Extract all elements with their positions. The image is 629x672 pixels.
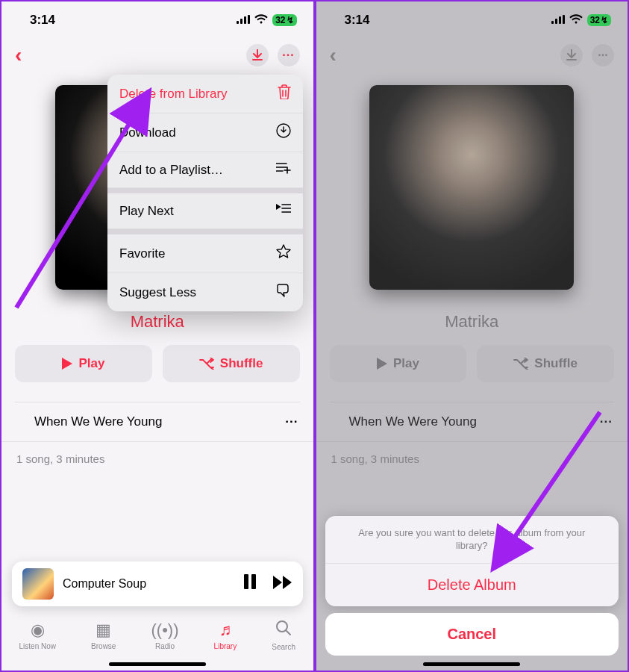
album-title: Matrika	[1, 312, 313, 332]
tab-radio[interactable]: ((•))Radio	[151, 620, 179, 650]
tab-search[interactable]: Search	[272, 620, 295, 651]
download-circle-icon	[276, 123, 291, 142]
action-sheet: Are you sure you want to delete this alb…	[325, 516, 619, 656]
battery-indicator: 32↯	[272, 14, 296, 26]
play-next-icon	[276, 203, 291, 219]
radio-icon: ((•))	[151, 620, 179, 640]
play-button[interactable]: Play	[15, 345, 152, 382]
download-button[interactable]	[246, 44, 269, 66]
status-bar: 3:14 32↯	[1, 1, 313, 31]
signal-icon	[551, 13, 565, 28]
menu-favorite[interactable]: Favorite	[107, 234, 303, 273]
track-title: When We Were Young	[34, 414, 162, 429]
tab-bar: ◉Listen Now ▦Browse ((•))Radio ♬Library …	[1, 611, 313, 660]
status-indicators: 32↯	[551, 13, 611, 28]
svg-rect-1	[240, 19, 242, 24]
status-time: 3:14	[30, 13, 55, 28]
signal-icon	[237, 13, 250, 28]
tab-browse[interactable]: ▦Browse	[91, 620, 116, 650]
trash-icon	[278, 84, 291, 103]
status-indicators: 32↯	[237, 13, 296, 28]
search-icon	[275, 620, 292, 641]
svg-rect-0	[237, 21, 239, 24]
now-playing-artwork	[22, 568, 54, 600]
now-playing-bar[interactable]: Computer Soup	[12, 561, 303, 606]
svg-rect-3	[248, 15, 250, 24]
phone-right: 3:14 32↯ ‹ ··· Matrika Play Shuffl	[315, 0, 630, 672]
menu-suggest-less[interactable]: Suggest Less	[107, 273, 303, 311]
status-bar: 3:14 32↯	[316, 1, 628, 31]
phone-left: 3:14 32↯ ‹ ··· Matrika Play Shuffl	[0, 0, 315, 672]
context-menu: Delete from Library Download Add to a Pl…	[107, 75, 303, 311]
now-playing-title: Computer Soup	[63, 577, 146, 591]
svg-rect-10	[551, 21, 554, 24]
grid-icon: ▦	[96, 620, 111, 640]
star-icon	[276, 244, 291, 263]
play-circle-icon: ◉	[31, 620, 45, 640]
nav-bar: ‹ ···	[1, 31, 313, 73]
track-row[interactable]: When We Were Young ···	[1, 402, 313, 442]
svg-rect-4	[244, 574, 248, 589]
svg-rect-13	[563, 15, 565, 24]
library-icon: ♬	[219, 620, 232, 640]
forward-icon[interactable]	[273, 574, 292, 594]
cancel-button[interactable]: Cancel	[325, 613, 619, 656]
shuffle-button[interactable]: Shuffle	[163, 345, 300, 382]
home-indicator	[423, 662, 520, 666]
svg-rect-2	[244, 16, 246, 24]
wifi-icon	[254, 13, 268, 28]
tab-listen-now[interactable]: ◉Listen Now	[19, 620, 56, 650]
svg-rect-5	[251, 574, 256, 589]
svg-line-7	[286, 630, 290, 635]
tab-library[interactable]: ♬Library	[214, 620, 237, 650]
svg-rect-11	[555, 19, 557, 24]
pause-icon[interactable]	[243, 574, 257, 594]
delete-album-button[interactable]: Delete Album	[325, 564, 619, 606]
svg-rect-12	[559, 16, 561, 24]
playlist-add-icon	[276, 162, 291, 178]
menu-delete-from-library[interactable]: Delete from Library	[107, 75, 303, 113]
thumbs-down-icon	[276, 283, 291, 302]
back-button[interactable]: ‹	[15, 43, 22, 67]
menu-download[interactable]: Download	[107, 113, 303, 152]
menu-add-to-playlist[interactable]: Add to a Playlist…	[107, 152, 303, 188]
menu-play-next[interactable]: Play Next	[107, 193, 303, 229]
more-button[interactable]: ···	[278, 44, 300, 66]
action-sheet-message: Are you sure you want to delete this alb…	[325, 516, 619, 564]
home-indicator	[109, 662, 206, 666]
track-more-icon[interactable]: ···	[285, 414, 298, 429]
album-meta: 1 song, 3 minutes	[1, 442, 313, 476]
wifi-icon	[569, 13, 583, 28]
battery-indicator: 32↯	[587, 14, 611, 26]
status-time: 3:14	[345, 13, 370, 28]
